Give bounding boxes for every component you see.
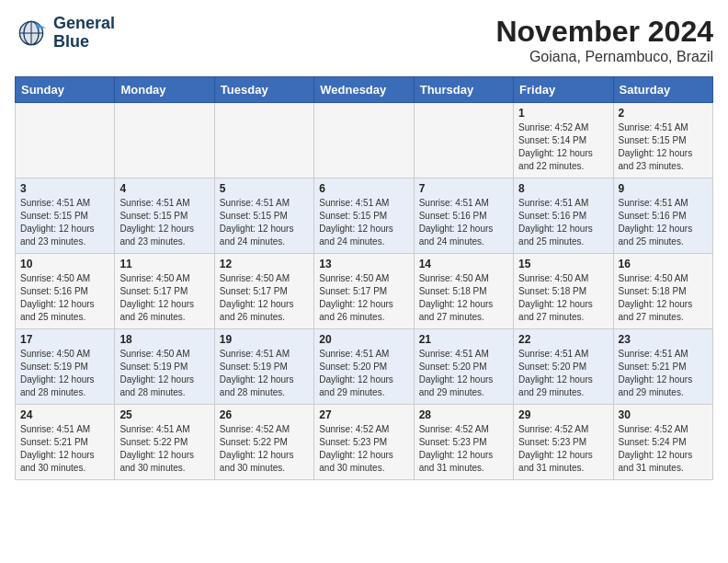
logo-text: General Blue (53, 15, 115, 52)
calendar-cell: 25Sunrise: 4:51 AM Sunset: 5:22 PM Dayli… (115, 405, 214, 480)
day-number: 11 (119, 258, 209, 270)
calendar-cell: 21Sunrise: 4:51 AM Sunset: 5:20 PM Dayli… (414, 329, 513, 405)
month-title: November 2024 (495, 15, 713, 49)
day-number: 22 (518, 333, 608, 346)
day-info: Sunrise: 4:51 AM Sunset: 5:20 PM Dayligh… (419, 348, 508, 399)
day-info: Sunrise: 4:51 AM Sunset: 5:15 PM Dayligh… (20, 197, 109, 248)
day-info: Sunrise: 4:51 AM Sunset: 5:22 PM Dayligh… (119, 423, 209, 475)
day-info: Sunrise: 4:50 AM Sunset: 5:19 PM Dayligh… (20, 348, 109, 399)
week-row-5: 24Sunrise: 4:51 AM Sunset: 5:21 PM Dayli… (16, 405, 713, 480)
calendar-cell: 14Sunrise: 4:50 AM Sunset: 5:18 PM Dayli… (414, 254, 513, 329)
calendar-cell: 30Sunrise: 4:52 AM Sunset: 5:24 PM Dayli… (613, 405, 712, 480)
weekday-header-wednesday: Wednesday (314, 77, 414, 103)
day-info: Sunrise: 4:51 AM Sunset: 5:16 PM Dayligh… (619, 197, 708, 248)
weekday-header-friday: Friday (514, 77, 613, 103)
week-row-4: 17Sunrise: 4:50 AM Sunset: 5:19 PM Dayli… (16, 329, 713, 405)
calendar-cell: 17Sunrise: 4:50 AM Sunset: 5:19 PM Dayli… (16, 329, 115, 405)
day-number: 12 (220, 258, 309, 270)
weekday-header-thursday: Thursday (414, 77, 513, 103)
calendar-cell: 9Sunrise: 4:51 AM Sunset: 5:16 PM Daylig… (613, 178, 712, 254)
day-number: 29 (518, 408, 608, 421)
location-title: Goiana, Pernambuco, Brazil (495, 49, 713, 65)
calendar-cell: 13Sunrise: 4:50 AM Sunset: 5:17 PM Dayli… (314, 254, 414, 329)
weekday-header-sunday: Sunday (16, 77, 115, 103)
day-number: 21 (419, 333, 508, 346)
day-info: Sunrise: 4:51 AM Sunset: 5:20 PM Dayligh… (518, 348, 608, 399)
day-number: 17 (20, 333, 109, 346)
weekday-header-tuesday: Tuesday (214, 77, 313, 103)
day-info: Sunrise: 4:52 AM Sunset: 5:23 PM Dayligh… (319, 423, 408, 475)
day-info: Sunrise: 4:52 AM Sunset: 5:23 PM Dayligh… (518, 423, 608, 475)
logo: General Blue (15, 15, 115, 52)
day-number: 4 (119, 182, 209, 195)
calendar-cell: 7Sunrise: 4:51 AM Sunset: 5:16 PM Daylig… (414, 178, 513, 254)
day-info: Sunrise: 4:50 AM Sunset: 5:18 PM Dayligh… (419, 272, 508, 324)
calendar-cell: 11Sunrise: 4:50 AM Sunset: 5:17 PM Dayli… (115, 254, 214, 329)
day-info: Sunrise: 4:51 AM Sunset: 5:15 PM Dayligh… (220, 197, 309, 248)
week-row-3: 10Sunrise: 4:50 AM Sunset: 5:16 PM Dayli… (16, 254, 713, 329)
day-info: Sunrise: 4:52 AM Sunset: 5:14 PM Dayligh… (518, 121, 608, 173)
day-info: Sunrise: 4:51 AM Sunset: 5:21 PM Dayligh… (20, 423, 109, 475)
day-number: 26 (220, 408, 309, 421)
day-number: 1 (518, 107, 608, 120)
logo-icon (15, 17, 48, 50)
day-number: 30 (619, 408, 708, 421)
calendar-cell: 2Sunrise: 4:51 AM Sunset: 5:15 PM Daylig… (613, 103, 712, 178)
day-number: 24 (20, 408, 109, 421)
calendar-cell: 4Sunrise: 4:51 AM Sunset: 5:15 PM Daylig… (115, 178, 214, 254)
day-info: Sunrise: 4:51 AM Sunset: 5:16 PM Dayligh… (419, 197, 508, 248)
calendar-cell (16, 103, 115, 178)
title-area: November 2024 Goiana, Pernambuco, Brazil (495, 15, 713, 65)
day-info: Sunrise: 4:52 AM Sunset: 5:24 PM Dayligh… (619, 423, 708, 475)
calendar-cell: 19Sunrise: 4:51 AM Sunset: 5:19 PM Dayli… (214, 329, 313, 405)
calendar-cell: 23Sunrise: 4:51 AM Sunset: 5:21 PM Dayli… (613, 329, 712, 405)
calendar-cell (214, 103, 313, 178)
day-info: Sunrise: 4:50 AM Sunset: 5:16 PM Dayligh… (20, 272, 109, 324)
calendar-cell: 18Sunrise: 4:50 AM Sunset: 5:19 PM Dayli… (115, 329, 214, 405)
calendar-cell: 3Sunrise: 4:51 AM Sunset: 5:15 PM Daylig… (16, 178, 115, 254)
weekday-header-monday: Monday (115, 77, 214, 103)
calendar-cell: 29Sunrise: 4:52 AM Sunset: 5:23 PM Dayli… (514, 405, 613, 480)
day-number: 10 (20, 258, 109, 270)
day-number: 15 (518, 258, 608, 270)
day-number: 3 (20, 182, 109, 195)
calendar-cell: 10Sunrise: 4:50 AM Sunset: 5:16 PM Dayli… (16, 254, 115, 329)
calendar-cell: 22Sunrise: 4:51 AM Sunset: 5:20 PM Dayli… (514, 329, 613, 405)
day-number: 18 (119, 333, 209, 346)
day-number: 9 (619, 182, 708, 195)
day-number: 20 (319, 333, 408, 346)
calendar-cell: 26Sunrise: 4:52 AM Sunset: 5:22 PM Dayli… (214, 405, 313, 480)
calendar-cell: 28Sunrise: 4:52 AM Sunset: 5:23 PM Dayli… (414, 405, 513, 480)
day-info: Sunrise: 4:51 AM Sunset: 5:19 PM Dayligh… (220, 348, 309, 399)
calendar-cell: 12Sunrise: 4:50 AM Sunset: 5:17 PM Dayli… (214, 254, 313, 329)
day-info: Sunrise: 4:51 AM Sunset: 5:21 PM Dayligh… (619, 348, 708, 399)
day-info: Sunrise: 4:50 AM Sunset: 5:17 PM Dayligh… (319, 272, 408, 324)
day-number: 6 (319, 182, 408, 195)
calendar-cell: 27Sunrise: 4:52 AM Sunset: 5:23 PM Dayli… (314, 405, 414, 480)
day-number: 13 (319, 258, 408, 270)
day-info: Sunrise: 4:50 AM Sunset: 5:17 PM Dayligh… (119, 272, 209, 324)
header: General Blue November 2024 Goiana, Perna… (15, 15, 713, 65)
day-number: 25 (119, 408, 209, 421)
day-number: 7 (419, 182, 508, 195)
weekday-header-saturday: Saturday (613, 77, 712, 103)
calendar-cell: 6Sunrise: 4:51 AM Sunset: 5:15 PM Daylig… (314, 178, 414, 254)
week-row-2: 3Sunrise: 4:51 AM Sunset: 5:15 PM Daylig… (16, 178, 713, 254)
calendar-cell: 16Sunrise: 4:50 AM Sunset: 5:18 PM Dayli… (613, 254, 712, 329)
day-number: 27 (319, 408, 408, 421)
calendar-cell: 24Sunrise: 4:51 AM Sunset: 5:21 PM Dayli… (16, 405, 115, 480)
day-info: Sunrise: 4:50 AM Sunset: 5:18 PM Dayligh… (619, 272, 708, 324)
day-info: Sunrise: 4:50 AM Sunset: 5:17 PM Dayligh… (220, 272, 309, 324)
calendar-cell: 20Sunrise: 4:51 AM Sunset: 5:20 PM Dayli… (314, 329, 414, 405)
calendar-cell: 1Sunrise: 4:52 AM Sunset: 5:14 PM Daylig… (514, 103, 613, 178)
day-info: Sunrise: 4:50 AM Sunset: 5:19 PM Dayligh… (119, 348, 209, 399)
day-info: Sunrise: 4:51 AM Sunset: 5:15 PM Dayligh… (119, 197, 209, 248)
week-row-1: 1Sunrise: 4:52 AM Sunset: 5:14 PM Daylig… (16, 103, 713, 178)
day-info: Sunrise: 4:51 AM Sunset: 5:15 PM Dayligh… (619, 121, 708, 173)
day-info: Sunrise: 4:51 AM Sunset: 5:16 PM Dayligh… (518, 197, 608, 248)
day-info: Sunrise: 4:52 AM Sunset: 5:23 PM Dayligh… (419, 423, 508, 475)
calendar-cell (414, 103, 513, 178)
calendar-cell: 8Sunrise: 4:51 AM Sunset: 5:16 PM Daylig… (514, 178, 613, 254)
day-number: 23 (619, 333, 708, 346)
calendar-cell (314, 103, 414, 178)
